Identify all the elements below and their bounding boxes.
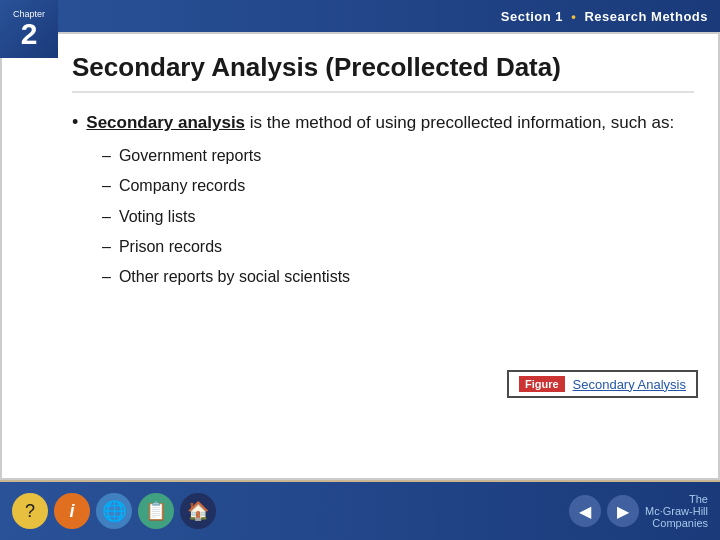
help-icon[interactable]: ? — [12, 493, 48, 529]
chapter-badge: Chapter 2 — [0, 0, 58, 58]
globe-icon[interactable]: 🌐 — [96, 493, 132, 529]
slide-title: Secondary Analysis (Precollected Data) — [72, 52, 694, 93]
dash-5: – — [102, 266, 111, 288]
sub-items-list: – Government reports – Company records –… — [102, 145, 694, 289]
next-button[interactable]: ▶ — [607, 495, 639, 527]
figure-link[interactable]: Secondary Analysis — [573, 377, 686, 392]
sub-item-5: – Other reports by social scientists — [102, 266, 694, 288]
figure-label: Figure — [519, 376, 565, 392]
clipboard-icon[interactable]: 📋 — [138, 493, 174, 529]
sub-item-4: – Prison records — [102, 236, 694, 258]
section-dot: • — [571, 9, 576, 24]
section-label: Section 1 • Research Methods — [501, 9, 708, 24]
dash-2: – — [102, 175, 111, 197]
sub-item-text-2: Company records — [119, 175, 245, 197]
main-bullet: • Secondary analysis is the method of us… — [72, 111, 694, 135]
figure-box: Figure Secondary Analysis — [507, 370, 698, 398]
content-area: Secondary Analysis (Precollected Data) •… — [0, 32, 720, 480]
bullet-term: Secondary analysis — [86, 113, 245, 132]
section-title: Research Methods — [584, 9, 708, 24]
sub-item-2: – Company records — [102, 175, 694, 197]
nav-icons: ? i 🌐 📋 🏠 — [12, 493, 216, 529]
dash-3: – — [102, 206, 111, 228]
right-nav: ◀ ▶ The Mc·Graw-Hill Companies — [569, 493, 708, 529]
sub-item-text-5: Other reports by social scientists — [119, 266, 350, 288]
chapter-number: 2 — [21, 19, 38, 49]
info-icon[interactable]: i — [54, 493, 90, 529]
slide-container: Section 1 • Research Methods Chapter 2 S… — [0, 0, 720, 540]
top-bar: Section 1 • Research Methods — [0, 0, 720, 32]
sub-item-text-1: Government reports — [119, 145, 261, 167]
dash-4: – — [102, 236, 111, 258]
bullet-text: Secondary analysis is the method of usin… — [86, 111, 674, 135]
mcgraw-logo: The Mc·Graw-Hill Companies — [645, 493, 708, 529]
section-prefix: Section 1 — [501, 9, 563, 24]
bullet-intro: is the method of using precollected info… — [250, 113, 674, 132]
dash-1: – — [102, 145, 111, 167]
prev-button[interactable]: ◀ — [569, 495, 601, 527]
home-icon[interactable]: 🏠 — [180, 493, 216, 529]
sub-item-text-4: Prison records — [119, 236, 222, 258]
sub-item-text-3: Voting lists — [119, 206, 195, 228]
bullet-dot: • — [72, 112, 78, 133]
bottom-bar: ? i 🌐 📋 🏠 ◀ ▶ The Mc·Graw-Hill Companies — [0, 482, 720, 540]
sub-item-1: – Government reports — [102, 145, 694, 167]
sub-item-3: – Voting lists — [102, 206, 694, 228]
